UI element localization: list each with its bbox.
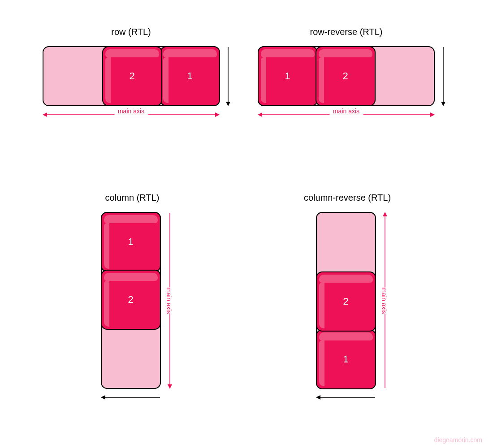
cross-axis-arrow: [225, 46, 232, 108]
item-label: 2: [342, 70, 348, 82]
panel-title: row (RTL): [43, 27, 220, 37]
svg-marker-4: [215, 112, 220, 117]
panel-title: column (RTL): [87, 193, 177, 203]
main-axis-indicator: main axis: [43, 112, 220, 120]
panel-row-reverse-rtl: row-reverse (RTL) 1 2 main axis: [258, 27, 435, 106]
panel-row-rtl: row (RTL) 1 2 main axis: [43, 27, 220, 106]
flex-container-column: 1 2: [101, 212, 161, 389]
item-label: 1: [285, 70, 290, 82]
item-label: 2: [129, 70, 134, 82]
main-axis-indicator: main axis: [258, 112, 435, 120]
flex-item-2: 2: [102, 46, 162, 106]
flex-item-2: 2: [316, 46, 376, 106]
panel-title: column-reverse (RTL): [291, 193, 403, 203]
item-label: 2: [128, 294, 133, 306]
diagram-canvas: row (RTL) 1 2 main axis row-reverse (RTL…: [0, 0, 493, 448]
main-axis-indicator: main axis: [381, 212, 389, 389]
svg-marker-6: [441, 102, 445, 106]
flex-item-2: 2: [316, 271, 376, 332]
watermark: diegoamorin.com: [434, 436, 482, 444]
svg-marker-1: [226, 102, 230, 106]
flex-item-1: 1: [101, 212, 161, 272]
cross-axis-arrow: [440, 46, 447, 108]
item-label: 2: [343, 296, 348, 307]
main-axis-label: main axis: [329, 108, 363, 115]
flex-item-2: 2: [101, 270, 161, 330]
flex-item-1: 1: [160, 46, 220, 106]
item-label: 1: [343, 353, 348, 365]
flex-container-row: 1 2: [43, 46, 220, 106]
svg-marker-3: [43, 112, 47, 117]
item-label: 1: [128, 236, 133, 248]
svg-marker-17: [316, 395, 320, 400]
panel-column-reverse-rtl: column-reverse (RTL) 1 2 main axis: [316, 193, 428, 389]
flex-container-column-reverse: 1 2: [316, 212, 376, 389]
flex-item-1: 1: [316, 329, 376, 389]
cross-axis-arrow: [101, 394, 161, 403]
panel-column-rtl: column (RTL) 1 2 main axis: [101, 193, 190, 389]
main-axis-indicator: main axis: [166, 212, 173, 389]
svg-marker-9: [430, 112, 435, 117]
main-axis-label: main axis: [162, 287, 176, 314]
flex-item-1: 1: [258, 46, 318, 106]
svg-marker-8: [258, 112, 262, 117]
main-axis-label: main axis: [377, 287, 391, 314]
cross-axis-arrow: [316, 394, 376, 403]
svg-marker-15: [383, 212, 387, 216]
main-axis-label: main axis: [114, 108, 148, 115]
svg-marker-11: [168, 384, 172, 389]
flex-container-row-reverse: 1 2: [258, 46, 435, 106]
svg-marker-13: [101, 395, 105, 400]
panel-title: row-reverse (RTL): [258, 27, 435, 37]
item-label: 1: [187, 70, 192, 82]
